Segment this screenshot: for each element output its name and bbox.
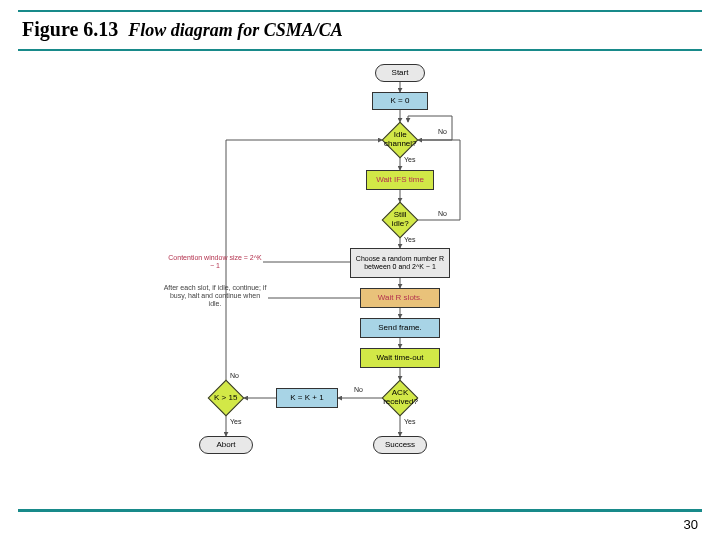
edge-still-no: No xyxy=(438,210,447,217)
node-wait-ifs: Wait IFS time xyxy=(366,170,434,190)
node-wait-r-slots: Wait R slots. xyxy=(360,288,440,308)
edge-idle-no: No xyxy=(438,128,447,135)
node-start: Start xyxy=(375,64,425,82)
edge-k15-no: No xyxy=(230,372,239,379)
page-number: 30 xyxy=(684,517,698,532)
node-wait-timeout: Wait time-out xyxy=(360,348,440,368)
flowchart: Start K = 0 Idle channel? Wait IFS time … xyxy=(0,56,720,504)
flowchart-connectors xyxy=(0,56,720,504)
node-success: Success xyxy=(373,436,427,454)
edge-ack-no: No xyxy=(354,386,363,393)
edge-still-yes: Yes xyxy=(404,236,415,243)
edge-k15-yes: Yes xyxy=(230,418,241,425)
node-choose-r: Choose a random number R between 0 and 2… xyxy=(350,248,450,278)
figure-title: Flow diagram for CSMA/CA xyxy=(128,20,343,40)
node-abort: Abort xyxy=(199,436,253,454)
note-slot-rule: After each slot, if idle, continue; if b… xyxy=(163,284,267,308)
node-k-zero: K = 0 xyxy=(372,92,428,110)
footer-rule xyxy=(18,509,702,512)
figure-title-band: Figure 6.13 Flow diagram for CSMA/CA xyxy=(18,10,702,51)
figure-number: Figure 6.13 xyxy=(22,18,118,40)
note-contention-window: Contention window size = 2^K − 1 xyxy=(168,254,262,270)
edge-ack-yes: Yes xyxy=(404,418,415,425)
node-k-increment: K = K + 1 xyxy=(276,388,338,408)
edge-idle-yes: Yes xyxy=(404,156,415,163)
node-send-frame: Send frame. xyxy=(360,318,440,338)
